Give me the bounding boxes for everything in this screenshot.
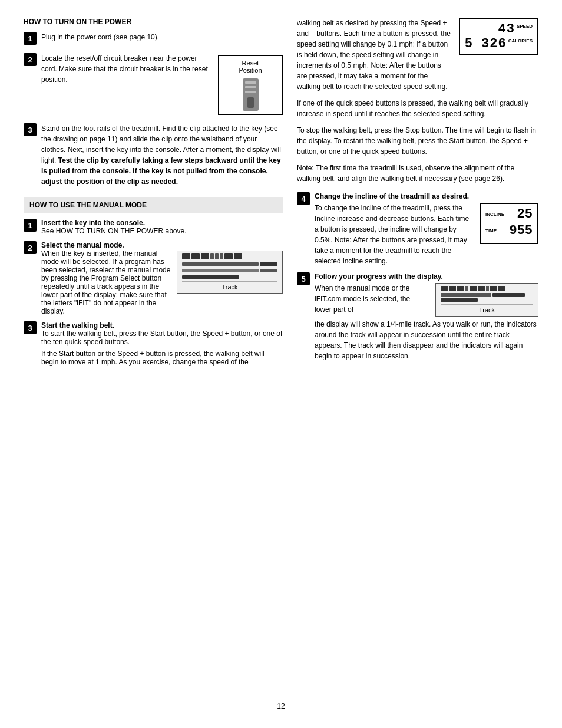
manual-step-1-title: Insert the key into the console.: [41, 219, 145, 227]
manual-step-3-content: Start the walking belt. To start the wal…: [41, 321, 283, 366]
step-power-3-content: Stand on the foot rails of the treadmill…: [41, 123, 283, 189]
reset-breaker-icon: [240, 78, 261, 111]
display-dots-row1: [182, 253, 277, 259]
step-4-text: To change the incline of the treadmill, …: [315, 203, 472, 266]
step-power-1-content: Plug in the power cord (see page 10).: [41, 32, 283, 45]
manual-step-3-text2: If the Start button or the Speed + butto…: [41, 350, 283, 366]
manual-step-3-text1: To start the walking belt, press the Sta…: [41, 330, 283, 346]
section-manual-title: HOW TO USE THE MANUAL MODE: [29, 201, 277, 209]
section-power: HOW TO TURN ON THE POWER 1 Plug in the p…: [24, 18, 283, 189]
step-5-text-after: the display will show a 1/4-mile track. …: [315, 319, 538, 361]
right-para2: If one of the quick speed buttons is pre…: [297, 98, 538, 119]
manual-step-2-content: Select the manual mode. When the key is …: [41, 241, 283, 315]
manual-step-num-1: 1: [24, 219, 37, 232]
section-manual: HOW TO USE THE MANUAL MODE 1 Insert the …: [24, 197, 283, 366]
step-num-3: 3: [24, 123, 37, 136]
manual-step-2: 2 Select the manual mode. When the key i…: [24, 241, 283, 315]
speed-value: 43: [498, 22, 514, 37]
left-column: HOW TO TURN ON THE POWER 1 Plug in the p…: [24, 18, 283, 690]
right-para4: Note: The first time the treadmill is us…: [297, 163, 538, 184]
step-num-5: 5: [297, 272, 310, 285]
track-display-manual: Track: [177, 251, 283, 294]
speed-display: 43 SPEED 5 326 CALORIES: [459, 18, 538, 55]
step-power-1-text: Plug in the power cord (see page 10).: [41, 32, 283, 42]
step-num-4: 4: [297, 192, 310, 205]
page-number-text: 12: [277, 702, 285, 710]
right-para3: To stop the walking belt, press the Stop…: [297, 125, 538, 157]
manual-mode-header: HOW TO USE THE MANUAL MODE: [24, 197, 283, 213]
track-label-step5: Track: [441, 304, 533, 314]
step-5-content: Follow your progress with the display. W…: [315, 272, 538, 361]
manual-step-3-title: Start the walking belt.: [41, 321, 114, 330]
step-5-title: Follow your progress with the display.: [315, 272, 443, 281]
reset-diagram: ResetPosition: [218, 55, 283, 115]
track-rows: [182, 253, 277, 279]
incline-value: 25: [517, 207, 533, 222]
right-intro-text: walking belt as desired by pressing the …: [297, 18, 453, 92]
track2-dots-row1: [441, 286, 533, 291]
manual-step-2-text: When the key is inserted, the manual mod…: [41, 249, 171, 315]
section-power-title: HOW TO TURN ON THE POWER: [24, 18, 283, 26]
svg-rect-4: [247, 97, 254, 108]
calories-line: 5 326 CALORIES: [465, 37, 533, 51]
calories-unit: CALORIES: [508, 38, 533, 44]
step-power-2-content: Locate the reset/off circuit breaker nea…: [41, 53, 283, 115]
track2-row2: [441, 293, 533, 297]
step-5-text-block: When the manual mode or the iFIT.com mod…: [315, 283, 428, 315]
step-5-text-before: When the manual mode or the iFIT.com mod…: [315, 283, 428, 315]
step-num-2: 2: [24, 53, 37, 66]
step-4-content: Change the incline of the treadmill as d…: [315, 192, 538, 266]
step-5: 5 Follow your progress with the display.…: [297, 272, 538, 361]
manual-step-num-3: 3: [24, 321, 37, 334]
step-power-2: 2 Locate the reset/off circuit breaker n…: [24, 53, 283, 115]
calories-value: 5 326: [465, 37, 507, 51]
step-4-inline: To change the incline of the treadmill, …: [315, 203, 538, 266]
svg-rect-2: [245, 86, 256, 88]
incline-display: INCLINE 25 TIME 955: [480, 203, 538, 244]
manual-step-1-content: Insert the key into the console. See HOW…: [41, 219, 187, 235]
incline-label: INCLINE: [485, 212, 507, 217]
track-display-step5: Track: [435, 283, 538, 317]
speed-unit: SPEED: [517, 24, 533, 29]
manual-step-3: 3 Start the walking belt. To start the w…: [24, 321, 283, 366]
step-4: 4 Change the incline of the treadmill as…: [297, 192, 538, 266]
page-number: 12: [24, 702, 538, 710]
step-power-3: 3 Stand on the foot rails of the treadmi…: [24, 123, 283, 189]
incline-row: INCLINE 25: [485, 207, 533, 222]
manual-step-2-title: Select the manual mode.: [41, 241, 124, 249]
step-power-3-text: Stand on the foot rails of the treadmill…: [41, 123, 283, 187]
time-row: TIME 955: [485, 223, 533, 238]
manual-step-num-2: 2: [24, 241, 37, 254]
step-5-inline: When the manual mode or the iFIT.com mod…: [315, 283, 538, 317]
page: HOW TO TURN ON THE POWER 1 Plug in the p…: [0, 0, 562, 728]
svg-rect-1: [245, 81, 256, 84]
time-label: TIME: [485, 228, 507, 233]
right-top-block: walking belt as desired by pressing the …: [297, 18, 538, 92]
step-4-title: Change the incline of the treadmill as d…: [315, 192, 469, 200]
time-value: 955: [509, 223, 533, 238]
step-power-2-inline: Locate the reset/off circuit breaker nea…: [41, 53, 283, 115]
display-dots-row2: [182, 262, 277, 266]
track-display2-rows: [441, 286, 533, 302]
speed-line: 43 SPEED: [465, 22, 533, 37]
right-column: walking belt as desired by pressing the …: [297, 18, 538, 690]
svg-rect-3: [245, 91, 256, 93]
step-power-1: 1 Plug in the power cord (see page 10).: [24, 32, 283, 45]
reset-position-label: ResetPosition: [239, 60, 262, 74]
step-power-2-text: Locate the reset/off circuit breaker nea…: [41, 53, 212, 85]
display-dots-row4: [182, 275, 277, 279]
manual-step-1-text: See HOW TO TURN ON THE POWER above.: [41, 227, 187, 235]
main-content: HOW TO TURN ON THE POWER 1 Plug in the p…: [24, 18, 538, 690]
step-num-1: 1: [24, 32, 37, 45]
display-dots-row3: [182, 269, 277, 272]
track-label-manual: Track: [182, 281, 277, 291]
manual-step-1: 1 Insert the key into the console. See H…: [24, 219, 283, 235]
track2-row3: [441, 298, 533, 302]
